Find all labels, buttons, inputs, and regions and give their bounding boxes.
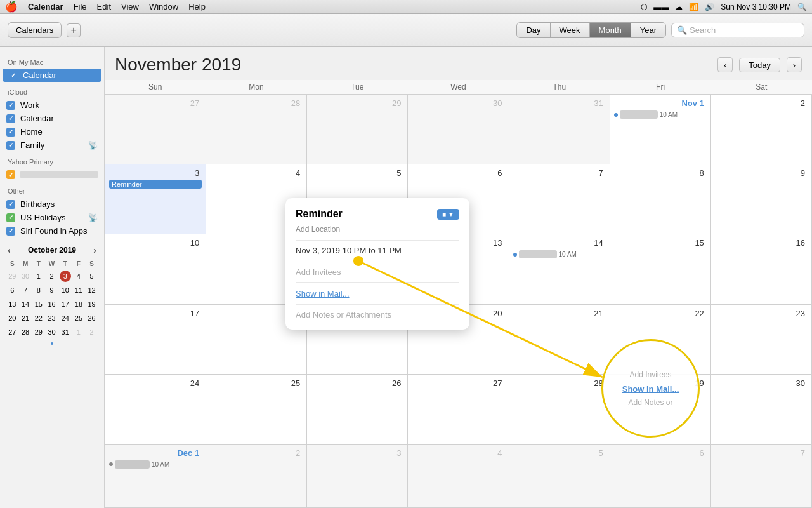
cal-cell-dec2[interactable]: 2 xyxy=(206,444,307,508)
cal-cell-nov7[interactable]: 7 xyxy=(509,164,610,234)
popup-calendar-button[interactable]: ■ ▼ xyxy=(437,209,459,220)
mini-day[interactable]: 19 xyxy=(86,298,98,311)
apple-menu[interactable]: 🍎 xyxy=(5,1,18,13)
calendars-button[interactable]: Calendars xyxy=(8,22,62,38)
cal-cell-oct30[interactable]: 30 xyxy=(408,95,509,164)
mini-day[interactable]: 31 xyxy=(59,326,72,338)
view-day-button[interactable]: Day xyxy=(517,23,550,37)
menu-help[interactable]: Help xyxy=(188,2,206,11)
mini-day[interactable]: 29 xyxy=(32,326,44,338)
mini-day[interactable]: 9 xyxy=(46,284,58,297)
zoom-show-mail-link[interactable]: Show in Mail... xyxy=(622,384,679,394)
sidebar-item-us-holidays[interactable]: ✓ US Holidays 📡 xyxy=(0,211,104,224)
cal-cell-nov21[interactable]: 21 xyxy=(509,305,610,375)
next-month-button[interactable]: › xyxy=(787,57,802,72)
cal-cell-nov2[interactable]: 2 xyxy=(711,95,812,164)
mini-day[interactable]: 5 xyxy=(86,270,98,283)
menu-view[interactable]: View xyxy=(121,2,139,11)
menu-window[interactable]: Window xyxy=(149,2,178,11)
mini-day[interactable]: 6 xyxy=(6,284,18,297)
sidebar-item-siri-apps[interactable]: ✓ Siri Found in Apps xyxy=(0,224,104,237)
mini-day[interactable]: 22 xyxy=(32,312,44,324)
cal-cell-nov17[interactable]: 17 xyxy=(105,305,206,375)
mini-day-today[interactable]: 3 xyxy=(59,270,72,283)
cal-cell-nov26[interactable]: 26 xyxy=(307,375,408,444)
mini-day[interactable]: 2 xyxy=(86,326,98,338)
mini-day[interactable]: 1 xyxy=(73,326,85,338)
sidebar-item-calendar-local[interactable]: ✓ Calendar xyxy=(3,69,102,82)
menu-edit[interactable]: Edit xyxy=(97,2,111,11)
mini-day[interactable]: 29 xyxy=(6,270,18,283)
cal-cell-dec1[interactable]: Dec 1 10 AM xyxy=(105,444,206,508)
cal-cell-dec6[interactable]: 6 xyxy=(610,444,711,508)
cal-cell-nov24[interactable]: 24 xyxy=(105,375,206,444)
mini-day[interactable]: 25 xyxy=(73,312,85,324)
add-calendar-button[interactable]: + xyxy=(67,23,81,37)
mini-day[interactable]: 30 xyxy=(20,270,32,283)
mini-day[interactable]: 16 xyxy=(46,298,58,311)
view-month-button[interactable]: Month xyxy=(590,23,631,37)
prev-month-button[interactable]: ‹ xyxy=(717,57,733,72)
sidebar-item-family[interactable]: ✓ Family 📡 xyxy=(0,138,104,152)
cal-cell-nov15[interactable]: 15 xyxy=(610,234,711,304)
cal-cell-nov8[interactable]: 8 xyxy=(610,164,711,234)
mini-day[interactable]: 8 xyxy=(32,284,44,297)
search-icon[interactable]: 🔍 xyxy=(797,3,807,11)
cal-cell-nov30[interactable]: 30 xyxy=(711,375,812,444)
cal-cell-dec4[interactable]: 4 xyxy=(408,444,509,508)
mini-day[interactable]: 4 xyxy=(73,270,85,283)
mini-day[interactable]: 17 xyxy=(59,298,72,311)
mini-day[interactable]: 20 xyxy=(6,312,18,324)
cal-cell-dec7[interactable]: 7 xyxy=(711,444,812,508)
reminder-event[interactable]: Reminder xyxy=(109,180,202,189)
sidebar-item-home[interactable]: ✓ Home xyxy=(0,125,104,138)
sidebar-item-work[interactable]: ✓ Work xyxy=(0,98,104,112)
cal-cell-nov9[interactable]: 9 xyxy=(711,164,812,234)
sidebar-item-yahoo[interactable]: ✓ xyxy=(0,168,104,181)
mini-day[interactable]: 30 xyxy=(46,326,58,338)
cal-cell-dec3[interactable]: 3 xyxy=(307,444,408,508)
cal-cell-oct28[interactable]: 28 xyxy=(206,95,307,164)
mini-day[interactable]: 11 xyxy=(73,284,85,297)
cal-cell-oct31[interactable]: 31 xyxy=(509,95,610,164)
cal-cell-nov25[interactable]: 25 xyxy=(206,375,307,444)
mini-day[interactable]: 26 xyxy=(86,312,98,324)
mini-day[interactable]: 12 xyxy=(86,284,98,297)
mini-day[interactable]: 14 xyxy=(20,298,32,311)
app-name[interactable]: Calendar xyxy=(28,2,63,11)
mini-day[interactable]: 10 xyxy=(59,284,72,297)
cal-cell-nov3[interactable]: 3 Reminder xyxy=(105,164,206,234)
sidebar-item-birthdays[interactable]: ✓ Birthdays xyxy=(0,197,104,211)
mini-day[interactable]: 2 xyxy=(46,270,58,283)
search-box[interactable]: 🔍 Search xyxy=(671,23,804,37)
cal-cell-nov23[interactable]: 23 xyxy=(711,305,812,375)
mini-day[interactable]: 18 xyxy=(73,298,85,311)
cal-cell-oct27[interactable]: 27 xyxy=(105,95,206,164)
view-week-button[interactable]: Week xyxy=(551,23,590,37)
mini-day[interactable]: 15 xyxy=(32,298,44,311)
popup-show-mail-link[interactable]: Show in Mail... xyxy=(296,289,350,298)
sidebar-item-calendar-icloud[interactable]: ✓ Calendar xyxy=(0,112,104,125)
home-checkbox: ✓ xyxy=(6,128,15,137)
cal-cell-nov27[interactable]: 27 xyxy=(408,375,509,444)
mini-next-button[interactable]: › xyxy=(91,245,99,255)
mini-day[interactable]: 13 xyxy=(6,298,18,311)
mini-day[interactable]: 7 xyxy=(20,284,32,297)
mini-prev-button[interactable]: ‹ xyxy=(5,245,13,255)
cal-cell-dec5[interactable]: 5 xyxy=(509,444,610,508)
cal-cell-nov1[interactable]: Nov 1 10 AM xyxy=(610,95,711,164)
mini-day[interactable]: 24 xyxy=(59,312,72,324)
mini-day[interactable]: 1 xyxy=(32,270,44,283)
mini-day[interactable]: 23 xyxy=(46,312,58,324)
view-year-button[interactable]: Year xyxy=(631,23,665,37)
mini-day[interactable]: 28 xyxy=(20,326,32,338)
cal-cell-nov10[interactable]: 10 xyxy=(105,234,206,304)
today-button[interactable]: Today xyxy=(739,58,780,72)
menu-file[interactable]: File xyxy=(74,2,87,11)
mini-day[interactable]: 21 xyxy=(20,312,32,324)
cal-cell-nov28[interactable]: 28 xyxy=(509,375,610,444)
mini-day[interactable]: 27 xyxy=(6,326,18,338)
cal-cell-nov14[interactable]: 14 10 AM xyxy=(509,234,610,304)
cal-cell-nov16[interactable]: 16 xyxy=(711,234,812,304)
cal-cell-oct29[interactable]: 29 xyxy=(307,95,408,164)
